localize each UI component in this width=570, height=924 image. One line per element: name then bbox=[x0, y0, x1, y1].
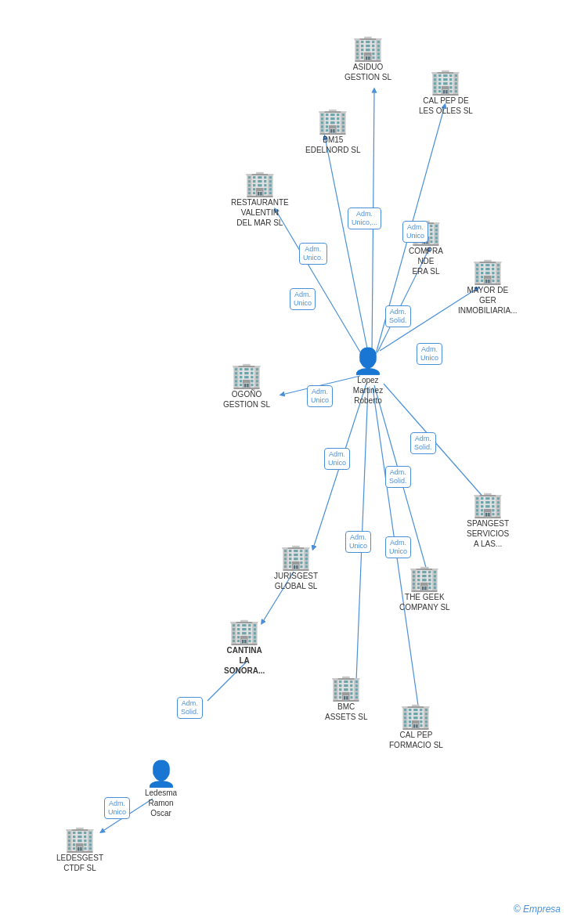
node-geek: 🏢 THE GEEK COMPANY SL bbox=[399, 565, 450, 612]
building-icon-jurisgest: 🏢 bbox=[280, 544, 312, 569]
building-icon-cal-pep-formacio: 🏢 bbox=[400, 703, 431, 728]
badge-adm-unico-1: Adm.Unico,... bbox=[348, 208, 381, 229]
label-asiduo: ASIDUO GESTION SL bbox=[345, 62, 391, 82]
label-compra: COMPRA NDE ERA SL bbox=[409, 246, 443, 276]
node-cal-pep-formacio: 🏢 CAL PEP FORMACIO SL bbox=[389, 703, 443, 750]
node-ledesgest: 🏢 LEDESGEST CTDF SL bbox=[56, 826, 103, 873]
node-ogono: 🏢 OGOÑO GESTION SL bbox=[223, 363, 270, 410]
badge-adm-solid-3: Adm.Solid. bbox=[385, 466, 411, 488]
badge-adm-solid-1: Adm.Solid. bbox=[385, 305, 411, 327]
node-restaurante: 🏢 RESTAURANTE VALENTIN DEL MAR SL bbox=[231, 171, 289, 228]
label-restaurante: RESTAURANTE VALENTIN DEL MAR SL bbox=[231, 197, 289, 228]
watermark: © Empresa bbox=[514, 904, 561, 915]
badge-adm-unico-4: Adm.Unico bbox=[290, 288, 316, 310]
node-spangest: 🏢 SPANGEST SERVICIOS A LAS... bbox=[467, 492, 509, 549]
badge-adm-unico-3: Adm.Unico. bbox=[299, 243, 327, 265]
node-ledesma: 👤 Ledesma Ramon Oscar bbox=[145, 761, 177, 818]
building-icon-ogono: 🏢 bbox=[231, 363, 262, 388]
building-icon-geek: 🏢 bbox=[409, 565, 440, 590]
network-diagram: 🏢 ASIDUO GESTION SL 🏢 CAL PEP DE LES OLL… bbox=[0, 0, 570, 924]
label-cal-pep-formacio: CAL PEP FORMACIO SL bbox=[389, 730, 443, 750]
badge-adm-unico-9: Adm.Unico bbox=[385, 536, 411, 558]
svg-line-2 bbox=[325, 137, 368, 352]
building-icon-ledesgest: 🏢 bbox=[64, 826, 96, 851]
building-icon-cal-pep-olles: 🏢 bbox=[430, 69, 461, 94]
node-lopez: 👤 Lopez Martinez Roberto bbox=[352, 348, 384, 406]
label-mayor: MAYOR DE GER INMOBILIARIA... bbox=[458, 285, 518, 316]
badge-adm-unico-8: Adm.Unico bbox=[345, 531, 371, 553]
label-ledesgest: LEDESGEST CTDF SL bbox=[56, 853, 103, 873]
node-cal-pep-olles: 🏢 CAL PEP DE LES OLLES SL bbox=[419, 69, 473, 116]
label-bm15: BM15 EDELNORD SL bbox=[305, 135, 361, 155]
building-icon-bm15: 🏢 bbox=[317, 108, 348, 133]
person-icon-lopez: 👤 bbox=[352, 348, 384, 374]
node-mayor: 🏢 MAYOR DE GER INMOBILIARIA... bbox=[458, 258, 518, 316]
label-geek: THE GEEK COMPANY SL bbox=[399, 592, 450, 612]
svg-line-3 bbox=[276, 210, 362, 355]
label-cantina: CANTINA LA SONORA... bbox=[224, 645, 265, 676]
label-spangest: SPANGEST SERVICIOS A LAS... bbox=[467, 518, 509, 549]
node-asiduo: 🏢 ASIDUO GESTION SL bbox=[345, 35, 391, 82]
person-icon-ledesma: 👤 bbox=[146, 761, 177, 786]
badge-adm-unico-2: Adm.Unico bbox=[402, 221, 428, 243]
label-jurisgest: JURISGEST GLOBAL SL bbox=[274, 571, 318, 591]
building-icon-cantina: 🏢 bbox=[229, 619, 260, 644]
label-cal-pep-olles: CAL PEP DE LES OLLES SL bbox=[419, 96, 473, 116]
badge-adm-unico-6: Adm.Unico bbox=[307, 385, 333, 407]
node-cantina: 🏢 CANTINA LA SONORA... bbox=[224, 619, 265, 676]
building-icon-restaurante: 🏢 bbox=[244, 171, 276, 196]
badge-adm-solid-2: Adm.Solid. bbox=[410, 432, 436, 454]
badge-adm-unico-5: Adm.Unico bbox=[417, 343, 442, 365]
node-jurisgest: 🏢 JURISGEST GLOBAL SL bbox=[274, 544, 318, 591]
badge-adm-unico-10: Adm.Unico bbox=[104, 797, 130, 819]
building-icon-mayor: 🏢 bbox=[472, 258, 503, 283]
building-icon-bmc-assets: 🏢 bbox=[330, 675, 362, 700]
label-ledesma: Ledesma Ramon Oscar bbox=[145, 788, 177, 818]
label-ogono: OGOÑO GESTION SL bbox=[223, 389, 270, 410]
label-lopez: Lopez Martinez Roberto bbox=[353, 375, 383, 406]
label-bmc-assets: BMC ASSETS SL bbox=[325, 702, 367, 722]
badge-adm-solid-4: Adm.Solid. bbox=[177, 697, 203, 719]
badge-adm-unico-7: Adm.Unico bbox=[324, 448, 350, 470]
building-icon-spangest: 🏢 bbox=[472, 492, 503, 517]
node-bm15: 🏢 BM15 EDELNORD SL bbox=[305, 108, 361, 155]
connection-lines bbox=[0, 0, 570, 924]
building-icon-asiduo: 🏢 bbox=[352, 35, 384, 60]
node-bmc-assets: 🏢 BMC ASSETS SL bbox=[325, 675, 367, 722]
